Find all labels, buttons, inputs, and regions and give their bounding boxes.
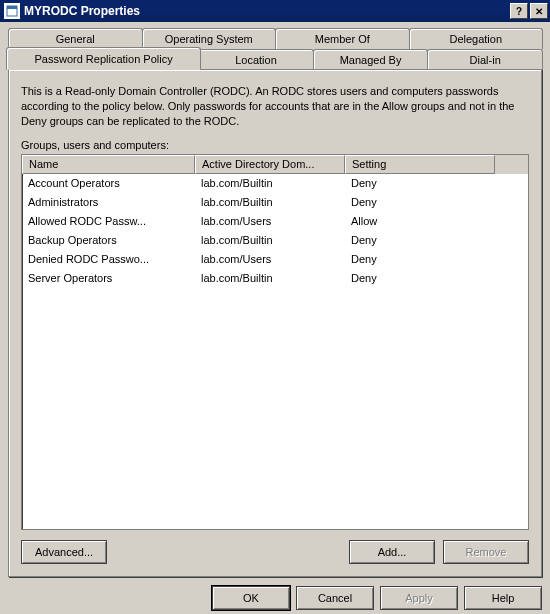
description-text: This is a Read-only Domain Controller (R… (21, 84, 529, 129)
cell-setting: Allow (345, 215, 495, 227)
cell-name: Administrators (22, 196, 195, 208)
tab-dial-in[interactable]: Dial-in (427, 49, 543, 70)
cell-setting: Deny (345, 253, 495, 265)
cell-setting: Deny (345, 196, 495, 208)
cell-setting: Deny (345, 234, 495, 246)
cell-name: Server Operators (22, 272, 195, 284)
svg-rect-1 (7, 6, 17, 9)
apply-button[interactable]: Apply (380, 586, 458, 610)
table-row[interactable]: Server Operatorslab.com/BuiltinDeny (22, 269, 528, 288)
table-row[interactable]: Allowed RODC Passw...lab.com/UsersAllow (22, 212, 528, 231)
help-button-dialog[interactable]: Help (464, 586, 542, 610)
add-button[interactable]: Add... (349, 540, 435, 564)
column-header-setting[interactable]: Setting (345, 155, 495, 174)
tab-strip: General Operating System Member Of Deleg… (8, 28, 542, 578)
cancel-button[interactable]: Cancel (296, 586, 374, 610)
listview-header: Name Active Directory Dom... Setting (22, 155, 528, 174)
cell-name: Backup Operators (22, 234, 195, 246)
cell-domain: lab.com/Users (195, 215, 345, 227)
table-row[interactable]: Administratorslab.com/BuiltinDeny (22, 193, 528, 212)
cell-domain: lab.com/Users (195, 253, 345, 265)
ok-button[interactable]: OK (212, 586, 290, 610)
advanced-button[interactable]: Advanced... (21, 540, 107, 564)
cell-setting: Deny (345, 177, 495, 189)
tab-panel: This is a Read-only Domain Controller (R… (8, 69, 542, 577)
table-row[interactable]: Denied RODC Passwo...lab.com/UsersDeny (22, 250, 528, 269)
cell-domain: lab.com/Builtin (195, 177, 345, 189)
policy-listview[interactable]: Name Active Directory Dom... Setting Acc… (21, 154, 529, 530)
table-row[interactable]: Backup Operatorslab.com/BuiltinDeny (22, 231, 528, 250)
cell-name: Allowed RODC Passw... (22, 215, 195, 227)
cell-name: Account Operators (22, 177, 195, 189)
remove-button[interactable]: Remove (443, 540, 529, 564)
tab-managed-by[interactable]: Managed By (313, 49, 429, 70)
tab-general[interactable]: General (8, 28, 143, 49)
system-icon (4, 3, 20, 19)
tab-location[interactable]: Location (198, 49, 314, 70)
tab-operating-system[interactable]: Operating System (142, 28, 277, 49)
window-title: MYRODC Properties (24, 4, 508, 18)
tab-password-replication-policy[interactable]: Password Replication Policy (6, 47, 201, 70)
tab-delegation[interactable]: Delegation (409, 28, 544, 49)
dialog-button-row: OK Cancel Apply Help (8, 586, 542, 610)
column-header-name[interactable]: Name (22, 155, 195, 174)
column-header-domain[interactable]: Active Directory Dom... (195, 155, 345, 174)
cell-domain: lab.com/Builtin (195, 272, 345, 284)
help-button[interactable]: ? (510, 3, 528, 19)
listview-body: Account Operatorslab.com/BuiltinDenyAdmi… (22, 174, 528, 529)
tab-member-of[interactable]: Member Of (275, 28, 410, 49)
cell-setting: Deny (345, 272, 495, 284)
list-label: Groups, users and computers: (21, 139, 529, 151)
window-body: General Operating System Member Of Deleg… (0, 22, 550, 614)
panel-button-row: Advanced... Add... Remove (21, 540, 529, 564)
cell-name: Denied RODC Passwo... (22, 253, 195, 265)
close-button[interactable]: ✕ (530, 3, 548, 19)
table-row[interactable]: Account Operatorslab.com/BuiltinDeny (22, 174, 528, 193)
titlebar: MYRODC Properties ? ✕ (0, 0, 550, 22)
cell-domain: lab.com/Builtin (195, 234, 345, 246)
cell-domain: lab.com/Builtin (195, 196, 345, 208)
